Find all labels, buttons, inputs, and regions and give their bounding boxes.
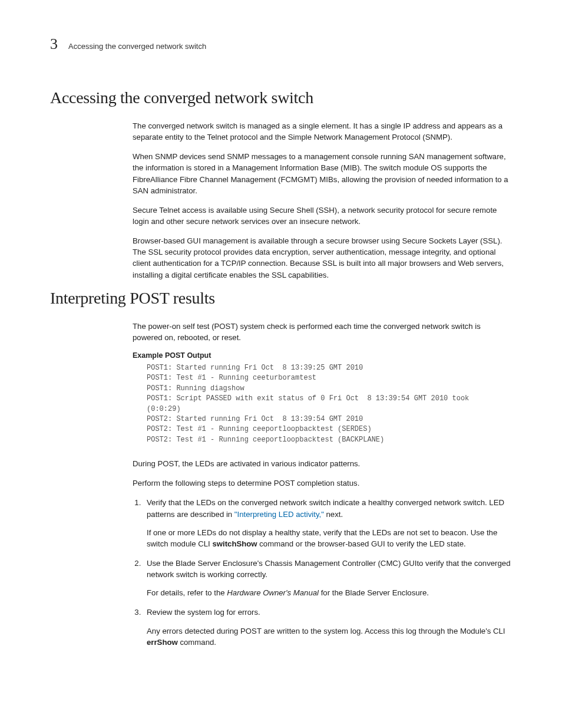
manual-title: Hardware Owner's Manual xyxy=(227,588,319,597)
page: 3 Accessing the converged network switch… xyxy=(0,0,562,691)
step-3: Review the system log for errors. Any er… xyxy=(143,607,512,647)
section-body-accessing: The converged network switch is managed … xyxy=(133,120,512,281)
step-2: Use the Blade Server Enclosure's Chassis… xyxy=(143,558,512,598)
paragraph: During POST, the LEDs are activated in v… xyxy=(133,458,512,469)
chapter-number: 3 xyxy=(50,35,58,53)
paragraph: The converged network switch is managed … xyxy=(133,120,512,143)
step-text: next. xyxy=(324,510,343,519)
section-heading-accessing: Accessing the converged network switch xyxy=(50,88,512,107)
paragraph: The power-on self test (POST) system che… xyxy=(133,321,512,343)
link-interpreting-led[interactable]: "Interpreting LED activity," xyxy=(234,510,324,519)
text-run: command or the browser-based GUI to veri… xyxy=(257,539,466,548)
text-run: command. xyxy=(178,638,216,647)
running-title: Accessing the converged network switch xyxy=(68,42,206,51)
paragraph: Secure Telnet access is available using … xyxy=(133,205,512,227)
step-subparagraph: For details, refer to the Hardware Owner… xyxy=(147,587,512,598)
step-subparagraph: If one or more LEDs do not display a hea… xyxy=(147,527,512,549)
steps-list: Verify that the LEDs on the converged ne… xyxy=(133,497,512,647)
section-heading-post: Interpreting POST results xyxy=(50,289,512,308)
cli-command: errShow xyxy=(147,638,178,647)
paragraph: Perform the following steps to determine… xyxy=(133,477,512,489)
text-run: For details, refer to the xyxy=(147,588,227,597)
paragraph: When SNMP devices send SNMP messages to … xyxy=(133,151,512,196)
running-header: 3 Accessing the converged network switch xyxy=(50,35,512,53)
step-text: Review the system log for errors. xyxy=(147,608,260,617)
code-block-post-output: POST1: Started running Fri Oct 8 13:39:2… xyxy=(147,363,512,445)
step-subparagraph: Any errors detected during POST are writ… xyxy=(147,625,512,648)
text-run: Any errors detected during POST are writ… xyxy=(147,627,505,635)
step-text: Use the Blade Server Enclosure's Chassis… xyxy=(147,559,510,579)
example-label: Example POST Output xyxy=(133,351,512,360)
cli-command: switchShow xyxy=(212,539,257,548)
paragraph: Browser-based GUI management is availabl… xyxy=(133,235,512,281)
text-run: for the Blade Server Enclosure. xyxy=(319,588,429,597)
step-1: Verify that the LEDs on the converged ne… xyxy=(143,497,512,549)
section-body-post: The power-on self test (POST) system che… xyxy=(133,321,512,648)
